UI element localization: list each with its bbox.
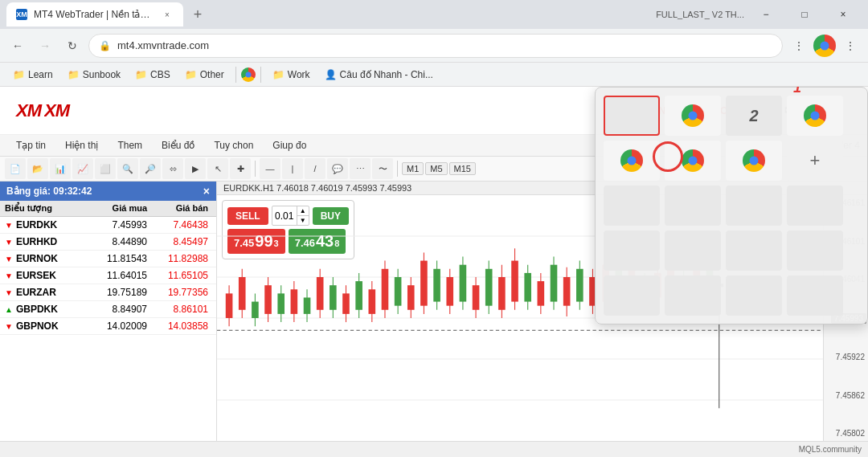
tool-candle[interactable]: ⬜: [95, 158, 116, 179]
tab-thumb-chrome-1[interactable]: [665, 96, 721, 136]
maximize-button[interactable]: □: [786, 2, 823, 27]
tf-m1[interactable]: M1: [402, 162, 424, 175]
market-watch-close[interactable]: ×: [203, 185, 210, 198]
tab-thumb-selected[interactable]: [604, 96, 660, 136]
tool-cursor[interactable]: ↖: [207, 158, 228, 179]
tool-new[interactable]: 📄: [5, 158, 26, 179]
market-watch-panel: Bảng giá: 09:32:42 × Biểu tượng Giá mua …: [0, 182, 217, 441]
tab-thumb-empty-8[interactable]: [787, 231, 843, 271]
mql-status-bar: MQL5.community: [0, 441, 868, 457]
tool-right[interactable]: ▶: [185, 158, 206, 179]
table-row[interactable]: ▼EURHKD 8.44890 8.45497: [0, 234, 216, 251]
toolbar-separator-1: [255, 161, 256, 177]
mt-menu-file[interactable]: Tạp tin: [8, 138, 54, 153]
bookmarks-bar: 📁 Learn 📁 Sunbook 📁 CBS 📁 Other 📁 Work 👤…: [0, 63, 868, 87]
tab-thumb-empty-4[interactable]: [787, 186, 843, 226]
tf-m15[interactable]: M15: [449, 162, 476, 175]
table-row[interactable]: ▼EURSEK 11.64015 11.65105: [0, 267, 216, 284]
tool-comment[interactable]: 💬: [327, 158, 348, 179]
folder-icon: 📁: [272, 69, 285, 80]
back-button[interactable]: ←: [6, 35, 29, 57]
market-watch-header: Bảng giá: 09:32:42 ×: [0, 182, 216, 201]
folder-icon: 📁: [135, 69, 147, 80]
tab-thumb-empty-10[interactable]: [665, 275, 721, 316]
browser-tab-active[interactable]: XM MT4 WebTrader | Nền tảng MT... ×: [6, 2, 183, 27]
person-icon: 👤: [325, 69, 337, 80]
tab-close-button[interactable]: ×: [161, 8, 174, 21]
mt-menu-help[interactable]: Giup đo: [264, 138, 314, 153]
bookmark-cbs[interactable]: 📁 CBS: [129, 67, 177, 82]
symbol-eurdkk: ▼EURDKK: [5, 219, 83, 231]
table-row[interactable]: ▼EURNOK 11.81543 11.82988: [0, 251, 216, 267]
mt-menu-tools[interactable]: Tuy chon: [206, 138, 261, 153]
bookmark-work[interactable]: 📁 Work: [266, 67, 317, 82]
tf-m5[interactable]: M5: [425, 162, 447, 175]
tool-marketwatch[interactable]: 📊: [50, 158, 71, 179]
tool-zoom-in[interactable]: 🔍: [117, 158, 138, 179]
symbol-gbpdkk: ▲GBPDKK: [5, 304, 83, 315]
tab-thumb-empty-1[interactable]: [604, 186, 660, 226]
annotation-1: 1: [793, 87, 801, 96]
mt-menu-insert[interactable]: Them: [109, 138, 150, 153]
tab-thumb-empty-2[interactable]: [665, 186, 721, 226]
tab-thumb-empty-12[interactable]: [787, 275, 843, 316]
symbol-gbpnok: ▼GBPNOK: [5, 320, 83, 332]
chrome-logo-icon-2: [804, 104, 826, 127]
tool-chart[interactable]: 📈: [72, 158, 93, 179]
xm-logo-svg: XM: [44, 102, 73, 120]
toolbar-right: ⋮ ⋮: [788, 35, 862, 57]
forward-button[interactable]: →: [34, 35, 56, 57]
tab-thumb-chrome-2[interactable]: [787, 96, 843, 136]
tool-plus[interactable]: ✚: [230, 158, 251, 179]
tool-hline[interactable]: —: [260, 158, 280, 179]
tab-favicon: XM: [16, 9, 27, 20]
tab-thumb-chrome-3[interactable]: [604, 141, 660, 181]
table-row[interactable]: ▼EURZAR 19.75189 19.77356: [0, 284, 216, 301]
add-tab-grid-button[interactable]: +: [787, 141, 843, 181]
table-row[interactable]: ▼GBPNOK 14.02009 14.03858: [0, 318, 216, 335]
tab-thumb-empty-9[interactable]: [604, 275, 660, 316]
chart-symbol-info: EURDKK.H1 7.46018 7.46019 7.45993 7.4599…: [223, 183, 411, 193]
tool-move[interactable]: ⬄: [162, 158, 183, 179]
mt-menu-view[interactable]: Hiện thị: [57, 138, 106, 153]
tool-vline[interactable]: |: [282, 158, 303, 179]
tool-open[interactable]: 📂: [27, 158, 48, 179]
tab-thumb-empty-3[interactable]: [726, 186, 782, 226]
bookmark-quiz[interactable]: 👤 Câu đố Nhanh - Chi...: [318, 67, 440, 82]
menu-button[interactable]: ⋮: [839, 35, 862, 57]
tool-tline[interactable]: /: [305, 158, 326, 179]
reload-button[interactable]: ↻: [61, 35, 84, 57]
tab-thumb-2-label[interactable]: 2: [726, 96, 782, 136]
close-button[interactable]: ×: [825, 2, 862, 27]
chrome-account-button[interactable]: [813, 35, 836, 57]
bookmark-sunbook[interactable]: 📁 Sunbook: [61, 67, 127, 82]
tool-zoom-out[interactable]: 🔎: [140, 158, 161, 179]
tab-grid-row-5: [604, 275, 859, 316]
xm-logo: XM XM: [16, 100, 73, 121]
tab-grid-row-4: [604, 231, 859, 271]
mql-community-link[interactable]: MQL5.community: [799, 445, 862, 454]
tab-thumb-empty-6[interactable]: [665, 231, 721, 271]
chrome-bookmark-icon: [241, 67, 256, 82]
price-level-5: 7.45862: [836, 391, 866, 400]
symbol-eurhkd: ▼EURHKD: [5, 236, 83, 247]
symbol-eurzar: ▼EURZAR: [5, 287, 83, 298]
table-row[interactable]: ▲GBPDKK 8.84907 8.86101: [0, 301, 216, 318]
price-level-6: 7.45802: [836, 429, 866, 438]
tool-wave[interactable]: 〜: [372, 158, 393, 179]
new-tab-button[interactable]: +: [186, 3, 209, 26]
mt-menu-charts[interactable]: Biểu đồ: [154, 138, 203, 153]
tab-thumb-empty-7[interactable]: [726, 231, 782, 271]
tab-thumb-empty-5[interactable]: [604, 231, 660, 271]
tab-thumb-chrome-5[interactable]: [726, 141, 782, 181]
tab-thumb-chrome-4[interactable]: [665, 141, 721, 181]
folder-icon: 📁: [68, 69, 80, 80]
tool-fib[interactable]: ⋯: [350, 158, 371, 179]
bookmark-other[interactable]: 📁 Other: [178, 67, 231, 82]
tab-thumb-empty-11[interactable]: [726, 275, 782, 316]
bookmark-learn[interactable]: 📁 Learn: [6, 67, 59, 82]
extensions-button[interactable]: ⋮: [788, 35, 810, 57]
address-bar[interactable]: 🔒 mt4.xmvntrade.com: [88, 34, 783, 58]
minimize-button[interactable]: −: [747, 2, 784, 27]
table-row[interactable]: ▼EURDKK 7.45993 7.46438: [0, 217, 216, 234]
